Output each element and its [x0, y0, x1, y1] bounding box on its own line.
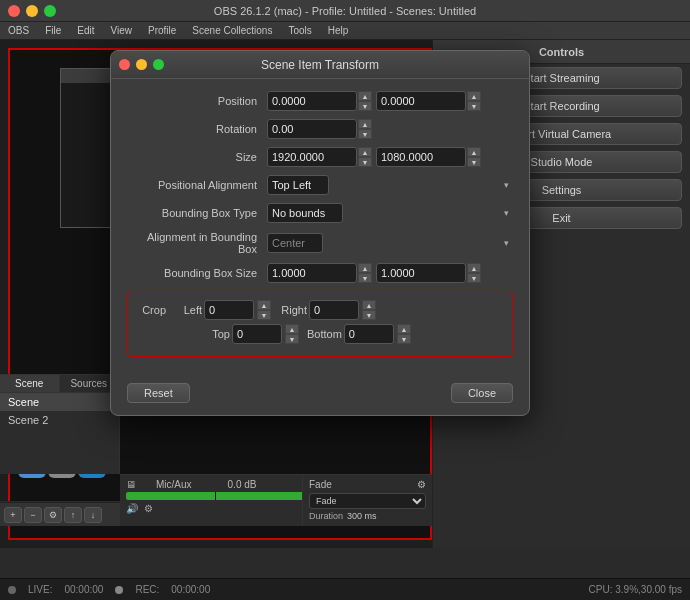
crop-top-input[interactable] — [232, 324, 282, 344]
crop-left-down[interactable]: ▼ — [257, 310, 271, 320]
position-y-up[interactable]: ▲ — [467, 91, 481, 101]
mixer-mute-icon[interactable]: 🔊 — [126, 503, 138, 514]
crop-bottom-field[interactable]: Bottom ▲ ▼ — [307, 324, 411, 344]
remove-scene-button[interactable]: − — [24, 507, 42, 523]
crop-bottom-input[interactable] — [344, 324, 394, 344]
up-scene-button[interactable]: ↑ — [64, 507, 82, 523]
bounding-box-h-down[interactable]: ▼ — [467, 273, 481, 283]
dialog-body: Position ▲ ▼ ▲ ▼ Rot — [111, 79, 529, 375]
menu-tools[interactable]: Tools — [284, 24, 315, 37]
crop-right-up[interactable]: ▲ — [362, 300, 376, 310]
reset-button[interactable]: Reset — [127, 383, 190, 403]
menu-help[interactable]: Help — [324, 24, 353, 37]
mixer-label: Mic/Aux — [156, 479, 192, 490]
position-x-input[interactable] — [267, 91, 357, 111]
bounding-box-w-down[interactable]: ▼ — [358, 273, 372, 283]
close-dialog-button[interactable]: Close — [451, 383, 513, 403]
crop-right-field[interactable]: Right ▲ ▼ — [279, 300, 376, 320]
size-w-field[interactable]: ▲ ▼ — [267, 147, 372, 167]
crop-top-label: Top — [202, 328, 230, 340]
close-button[interactable] — [8, 5, 20, 17]
scenes-tabs[interactable]: Scene Sources — [0, 375, 119, 393]
position-x-up[interactable]: ▲ — [358, 91, 372, 101]
rec-time: 00:00:00 — [171, 584, 210, 595]
bounding-box-type-wrapper[interactable]: No bounds — [267, 203, 513, 223]
size-h-input[interactable] — [376, 147, 466, 167]
size-w-up[interactable]: ▲ — [358, 147, 372, 157]
size-h-field[interactable]: ▲ ▼ — [376, 147, 481, 167]
crop-right-down[interactable]: ▼ — [362, 310, 376, 320]
crop-top-field[interactable]: Top ▲ ▼ — [202, 324, 299, 344]
dialog-window-controls[interactable] — [119, 59, 164, 70]
rotation-row: Rotation ▲ ▼ — [127, 119, 513, 139]
crop-left-field[interactable]: Left ▲ ▼ — [174, 300, 271, 320]
position-y-down[interactable]: ▼ — [467, 101, 481, 111]
rotation-up[interactable]: ▲ — [358, 119, 372, 129]
status-bar: LIVE: 00:00:00 REC: 00:00:00 CPU: 3.9%,3… — [0, 578, 690, 600]
size-row: Size ▲ ▼ ▲ ▼ — [127, 147, 513, 167]
add-scene-button[interactable]: + — [4, 507, 22, 523]
scene-item-1[interactable]: Scene — [0, 393, 119, 411]
cpu-stats: CPU: 3.9%,30.00 fps — [589, 584, 682, 595]
bounding-box-size-h-input[interactable] — [376, 263, 466, 283]
position-y-field[interactable]: ▲ ▼ — [376, 91, 481, 111]
bounding-box-h-up[interactable]: ▲ — [467, 263, 481, 273]
size-h-down[interactable]: ▼ — [467, 157, 481, 167]
scenes-toolbar[interactable]: + − ⚙ ↑ ↓ — [0, 502, 120, 526]
rotation-field[interactable]: ▲ ▼ — [267, 119, 372, 139]
positional-alignment-wrapper[interactable]: Top Left — [267, 175, 513, 195]
fade-type-select[interactable]: Fade — [309, 493, 426, 509]
positional-alignment-label: Positional Alignment — [127, 179, 267, 191]
size-h-up[interactable]: ▲ — [467, 147, 481, 157]
dialog-min-btn[interactable] — [136, 59, 147, 70]
down-scene-button[interactable]: ↓ — [84, 507, 102, 523]
settings-scene-button[interactable]: ⚙ — [44, 507, 62, 523]
rotation-input[interactable] — [267, 119, 357, 139]
alignment-bounding-box-select[interactable]: Center — [267, 233, 323, 253]
menu-view[interactable]: View — [106, 24, 136, 37]
position-x-field[interactable]: ▲ ▼ — [267, 91, 372, 111]
window-title: OBS 26.1.2 (mac) - Profile: Untitled - S… — [214, 5, 476, 17]
crop-top-up[interactable]: ▲ — [285, 324, 299, 334]
fade-settings-icon[interactable]: ⚙ — [417, 479, 426, 490]
crop-bottom-down[interactable]: ▼ — [397, 334, 411, 344]
position-x-down[interactable]: ▼ — [358, 101, 372, 111]
position-y-input[interactable] — [376, 91, 466, 111]
bounding-box-type-select[interactable]: No bounds — [267, 203, 343, 223]
size-w-down[interactable]: ▼ — [358, 157, 372, 167]
bounding-box-size-w-field[interactable]: ▲ ▼ — [267, 263, 372, 283]
bounding-box-type-label: Bounding Box Type — [127, 207, 267, 219]
menu-file[interactable]: File — [41, 24, 65, 37]
bounding-box-size-h-field[interactable]: ▲ ▼ — [376, 263, 481, 283]
rotation-down[interactable]: ▼ — [358, 129, 372, 139]
title-bar: OBS 26.1.2 (mac) - Profile: Untitled - S… — [0, 0, 690, 22]
size-w-input[interactable] — [267, 147, 357, 167]
window-controls[interactable] — [8, 5, 56, 17]
rotation-label: Rotation — [127, 123, 267, 135]
rec-indicator — [115, 586, 123, 594]
crop-top-down[interactable]: ▼ — [285, 334, 299, 344]
alignment-bounding-box-wrapper[interactable]: Center — [267, 233, 513, 253]
alignment-bounding-box-label: Alignment in Bounding Box — [127, 231, 267, 255]
crop-left-input[interactable] — [204, 300, 254, 320]
fade-duration: Duration 300 ms — [309, 511, 426, 521]
scene-item-2[interactable]: Scene 2 — [0, 411, 119, 429]
maximize-button[interactable] — [44, 5, 56, 17]
bounding-box-size-row: Bounding Box Size ▲ ▼ ▲ ▼ — [127, 263, 513, 283]
bounding-box-w-up[interactable]: ▲ — [358, 263, 372, 273]
minimize-button[interactable] — [26, 5, 38, 17]
menu-profile[interactable]: Profile — [144, 24, 180, 37]
tab-scene[interactable]: Scene — [0, 375, 60, 392]
mixer-settings-icon[interactable]: ⚙ — [144, 503, 153, 514]
crop-bottom-up[interactable]: ▲ — [397, 324, 411, 334]
dialog-max-btn[interactable] — [153, 59, 164, 70]
scene-item-transform-dialog: Scene Item Transform Position ▲ ▼ ▲ — [110, 50, 530, 416]
bounding-box-size-w-input[interactable] — [267, 263, 357, 283]
menu-obs[interactable]: OBS — [4, 24, 33, 37]
menu-scene-collections[interactable]: Scene Collections — [188, 24, 276, 37]
crop-left-up[interactable]: ▲ — [257, 300, 271, 310]
positional-alignment-select[interactable]: Top Left — [267, 175, 329, 195]
menu-edit[interactable]: Edit — [73, 24, 98, 37]
dialog-close-btn[interactable] — [119, 59, 130, 70]
crop-right-input[interactable] — [309, 300, 359, 320]
